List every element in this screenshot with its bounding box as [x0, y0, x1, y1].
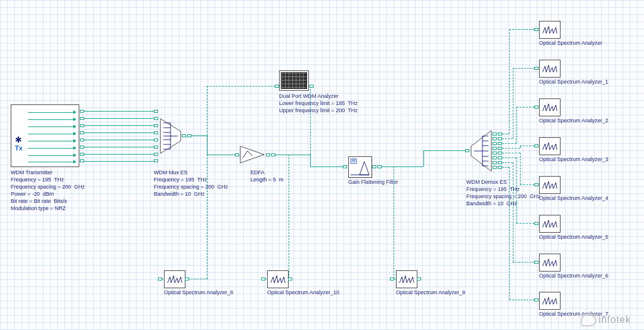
dual-port-wdm-analyzer-title: Dual Port WDM Analyzer	[279, 93, 339, 100]
gain-flattening-filter-title: Gain Flattening Filter	[348, 179, 398, 186]
dual-port-wdm-analyzer-param-0: Lower frequency limit = 185 THz	[279, 100, 358, 107]
wdm-demux-param-1: Frequency spacing = 200 GHz	[466, 193, 540, 201]
optical-spectrum-analyzer-3[interactable]	[539, 137, 561, 155]
wdm-transmitter-title: WDM Transmitter	[11, 169, 52, 177]
osa-label-4: Optical Spectrum Analyzer_4	[539, 195, 608, 202]
optical-spectrum-analyzer-10[interactable]	[267, 270, 289, 288]
dual-port-wdm-analyzer-param-1: Upper frequency limit = 200 THz	[279, 107, 358, 115]
diagram-canvas[interactable]: ✱ Tx WDM Transmitter Frequency = 195 THz…	[0, 0, 644, 330]
osa-label-0: Optical Spectrum Analyzer	[539, 40, 602, 47]
wdm-transmitter-param-3: Bit rate = Bit rate Bits/s	[11, 198, 67, 205]
optical-spectrum-analyzer-8[interactable]	[164, 270, 185, 288]
optical-spectrum-analyzer-1[interactable]	[539, 60, 561, 78]
edfa-param-0: Length = 5 m	[250, 177, 283, 184]
wdm-mux-block[interactable]	[160, 118, 181, 154]
chat-bubble-icon	[581, 313, 596, 326]
osa-label-8: Optical Spectrum Analyzer_8	[164, 289, 233, 297]
osa-label-10: Optical Spectrum Analyzer_10	[267, 289, 339, 297]
optical-spectrum-analyzer-9[interactable]	[396, 270, 417, 288]
wdm-mux-param-2: Bandwidth = 10 GHz	[154, 191, 205, 198]
gain-flattening-filter-block[interactable]	[348, 156, 372, 178]
optical-spectrum-analyzer-2[interactable]	[539, 98, 561, 116]
osa-label-9: Optical Spectrum Analyzer_9	[396, 289, 465, 297]
wdm-demux-param-0: Frequency = 195 THz	[466, 186, 519, 193]
optical-spectrum-analyzer-5[interactable]	[539, 215, 561, 233]
wdm-transmitter-param-4: Modulation type = NRZ	[11, 205, 66, 212]
dual-port-wdm-analyzer-block[interactable]	[279, 70, 309, 91]
wdm-transmitter-block[interactable]: ✱ Tx	[11, 104, 79, 167]
osa-label-2: Optical Spectrum Analyzer_2	[539, 118, 608, 125]
svg-marker-9	[240, 146, 264, 163]
optical-spectrum-analyzer-0[interactable]	[539, 21, 561, 39]
optical-spectrum-analyzer-4[interactable]	[539, 176, 561, 194]
wdm-transmitter-param-0: Frequency = 195 THz	[11, 177, 64, 184]
edfa-title: EDFA	[250, 169, 265, 177]
edfa-block[interactable]	[239, 145, 265, 164]
wdm-demux-title: WDM Demux ES	[466, 179, 507, 186]
osa-label-6: Optical Spectrum Analyzer_6	[539, 273, 608, 280]
osa-label-3: Optical Spectrum Analyzer_3	[539, 156, 608, 164]
watermark: infotek	[581, 313, 631, 326]
wdm-transmitter-param-1: Frequency spacing = 200 GHz	[11, 184, 85, 191]
optical-spectrum-analyzer-7[interactable]	[539, 292, 561, 310]
wdm-demux-block[interactable]	[470, 130, 492, 172]
optical-spectrum-analyzer-6[interactable]	[539, 254, 561, 272]
svg-marker-13	[360, 162, 369, 175]
wdm-transmitter-param-2: Power = -20 dBm	[11, 191, 54, 198]
wdm-mux-param-0: Frequency = 195 THz	[154, 177, 207, 184]
wdm-mux-title: WDM Mux ES	[154, 169, 188, 177]
osa-label-5: Optical Spectrum Analyzer_5	[539, 234, 608, 241]
osa-label-1: Optical Spectrum Analyzer_1	[539, 79, 608, 86]
wdm-mux-param-1: Frequency spacing = 200 GHz	[154, 184, 228, 191]
watermark-text: infotek	[599, 314, 631, 325]
